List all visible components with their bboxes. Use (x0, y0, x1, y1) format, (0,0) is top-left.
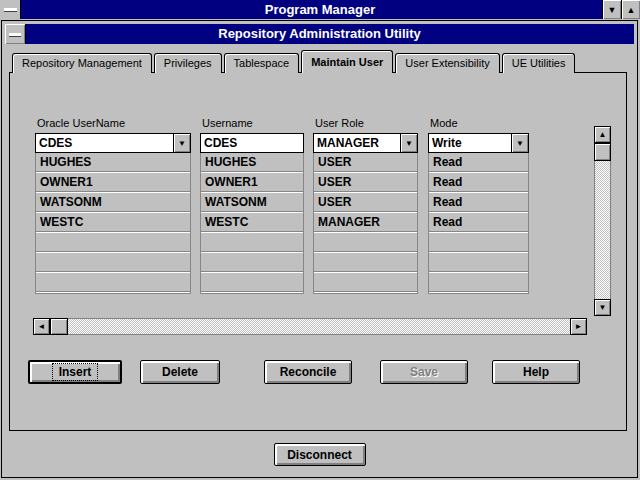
program-manager-title: Program Manager (0, 0, 640, 19)
delete-button[interactable]: Delete (140, 360, 220, 384)
column-header-username: Username (200, 117, 304, 133)
grid-row[interactable]: HUGHES (36, 153, 190, 173)
grid-row[interactable] (429, 233, 528, 253)
grid-row[interactable] (36, 233, 190, 253)
column-mode: Mode Write ▼ Read Read Read Read (428, 117, 529, 294)
column-username: Username CDES HUGHES OWNER1 WATSONM WEST… (200, 117, 304, 294)
mode-list: Read Read Read Read (428, 153, 529, 294)
column-header-mode: Mode (428, 117, 529, 133)
tab-tablespace[interactable]: Tablespace (224, 53, 300, 73)
oracle-username-list: HUGHES OWNER1 WATSONM WESTC (35, 153, 191, 294)
combobox-value: CDES (39, 135, 171, 151)
grid-row[interactable]: WATSONM (201, 193, 303, 213)
desktop: Program Manager ▼ ▲ Repository Administr… (0, 0, 640, 480)
column-oracle-username: Oracle UserName CDES ▼ HUGHES OWNER1 WAT… (35, 117, 191, 294)
scroll-left-icon: ◄ (38, 322, 46, 331)
control-menu-icon (4, 8, 17, 11)
reconcile-button[interactable]: Reconcile (264, 360, 352, 384)
grid-row[interactable]: Read (429, 173, 528, 193)
tab-bar: Repository Management Privileges Tablesp… (12, 50, 577, 73)
column-header-oracle-username: Oracle UserName (35, 117, 191, 133)
tab-maintain-user[interactable]: Maintain User (301, 50, 393, 73)
horizontal-scrollbar[interactable]: ◄ ► (33, 318, 587, 335)
grid-row[interactable]: MANAGER (314, 213, 417, 233)
vertical-scrollbar-thumb[interactable] (594, 143, 611, 161)
grid-row[interactable] (314, 273, 417, 293)
user-role-combobox[interactable]: MANAGER ▼ (313, 133, 418, 153)
grid-row[interactable]: Read (429, 193, 528, 213)
minimize-button[interactable]: ▼ (602, 0, 621, 19)
window-title: Repository Administration Utility (5, 24, 634, 44)
program-manager-titlebar: Program Manager ▼ ▲ (0, 0, 640, 19)
reconcile-button-label: Reconcile (280, 365, 337, 379)
tab-privileges[interactable]: Privileges (154, 53, 222, 73)
grid-row[interactable] (314, 253, 417, 273)
grid-row[interactable] (201, 273, 303, 293)
scroll-up-button[interactable]: ▲ (594, 126, 611, 143)
grid-row[interactable]: USER (314, 193, 417, 213)
combobox-value: MANAGER (317, 135, 398, 151)
disconnect-button[interactable]: Disconnect (274, 443, 366, 466)
help-button[interactable]: Help (492, 360, 580, 384)
grid-row[interactable] (201, 233, 303, 253)
scroll-left-button[interactable]: ◄ (33, 318, 50, 335)
combobox-value: CDES (204, 135, 284, 151)
tab-ue-utilities[interactable]: UE Utilities (502, 53, 576, 73)
grid-row[interactable] (429, 273, 528, 293)
grid-row[interactable]: Read (429, 213, 528, 233)
combobox-value: Write (432, 135, 509, 151)
scroll-up-icon: ▲ (599, 130, 607, 139)
insert-button[interactable]: Insert (28, 360, 122, 384)
save-button[interactable]: Save (380, 360, 468, 384)
combobox-dropdown-icon[interactable]: ▼ (173, 134, 190, 152)
vertical-scrollbar[interactable]: ▲ ▼ (594, 126, 611, 316)
oracle-username-combobox[interactable]: CDES ▼ (35, 133, 191, 153)
maintain-user-panel: Oracle UserName CDES ▼ HUGHES OWNER1 WAT… (9, 72, 627, 431)
insert-button-label: Insert (53, 364, 98, 380)
delete-button-label: Delete (162, 365, 198, 379)
column-user-role: User Role MANAGER ▼ USER USER USER MANAG… (313, 117, 418, 294)
program-manager-control-menu-button[interactable] (0, 0, 21, 19)
scroll-right-button[interactable]: ► (570, 318, 587, 335)
grid-row[interactable]: OWNER1 (36, 173, 190, 193)
window-control-menu-button[interactable] (5, 24, 26, 44)
combobox-dropdown-icon[interactable]: ▼ (511, 134, 528, 152)
save-button-label: Save (410, 365, 438, 379)
scroll-down-button[interactable]: ▼ (594, 299, 611, 316)
grid-row[interactable]: OWNER1 (201, 173, 303, 193)
disconnect-button-label: Disconnect (287, 448, 352, 462)
combobox-dropdown-icon[interactable]: ▼ (400, 134, 417, 152)
mode-combobox[interactable]: Write ▼ (428, 133, 529, 153)
maximize-icon: ▲ (627, 5, 636, 15)
minimize-icon: ▼ (608, 5, 617, 15)
horizontal-scrollbar-thumb[interactable] (50, 318, 68, 335)
grid-row[interactable] (36, 253, 190, 273)
repository-admin-window: Repository Administration Utility Oracle… (1, 20, 638, 478)
user-role-list: USER USER USER MANAGER (313, 153, 418, 294)
grid-row[interactable]: WATSONM (36, 193, 190, 213)
grid-row[interactable] (429, 253, 528, 273)
tab-repository-management[interactable]: Repository Management (12, 53, 152, 73)
control-menu-icon (9, 33, 21, 36)
username-combobox[interactable]: CDES (200, 133, 304, 153)
grid-row[interactable] (314, 233, 417, 253)
grid-row[interactable] (36, 273, 190, 293)
grid-row[interactable]: USER (314, 153, 417, 173)
grid-row[interactable] (201, 253, 303, 273)
username-list: HUGHES OWNER1 WATSONM WESTC (200, 153, 304, 294)
scroll-right-icon: ► (575, 322, 583, 331)
maximize-button[interactable]: ▲ (621, 0, 640, 19)
grid-row[interactable]: Read (429, 153, 528, 173)
scroll-down-icon: ▼ (599, 303, 607, 312)
tab-user-extensibility[interactable]: User Extensibility (395, 53, 499, 73)
window-titlebar: Repository Administration Utility (5, 24, 634, 44)
grid-row[interactable]: HUGHES (201, 153, 303, 173)
grid-row[interactable]: WESTC (201, 213, 303, 233)
column-header-user-role: User Role (313, 117, 418, 133)
grid-row[interactable]: WESTC (36, 213, 190, 233)
help-button-label: Help (523, 365, 549, 379)
grid-row[interactable]: USER (314, 173, 417, 193)
